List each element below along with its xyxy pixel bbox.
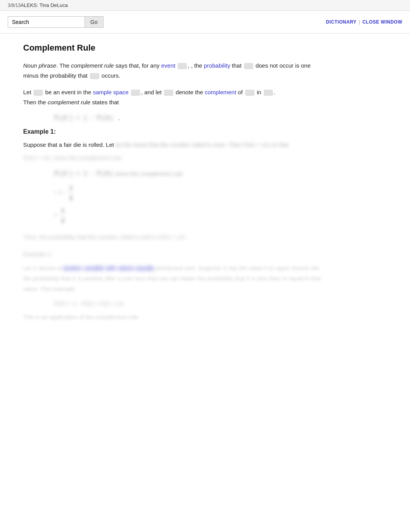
example1-blurred-line2: P(A') = 1/2, since the complement rule [23,153,324,163]
example2-conclusion: This is an application of the complement… [23,312,324,322]
para2-text7: . [274,89,275,95]
date-label: 3/8/13 [8,3,20,8]
search-bar: Go DICTIONARY | CLOSE WINDOW [0,11,410,34]
step3-fraction: 1 2 [60,206,65,226]
step2-line: = 1 - 1 2 [54,183,324,203]
step1-label: since the complement rule [115,168,183,180]
var1 [244,63,253,69]
sample-space-link[interactable]: sample space [93,89,129,95]
var-a2 [245,90,254,96]
example1-title: Example 1: [23,128,324,135]
intro-paragraph: Noun phrase. The complement rule says th… [23,61,324,80]
example1-blurred-text: be the event that the number rolled is e… [115,140,288,150]
result-blurred: Thus, the probability that the number ro… [23,234,187,240]
step2-text: = 1 - [54,187,66,198]
close-window-link[interactable]: CLOSE WINDOW [363,19,402,25]
para2-text9: states that [90,99,119,105]
step3-line: = 1 2 [54,206,324,226]
nav-links: DICTIONARY | CLOSE WINDOW [326,19,402,25]
para2-text6: in [257,89,261,95]
dictionary-link[interactable]: DICTIONARY [326,19,356,25]
probability-link[interactable]: probability [204,62,230,69]
intro-text4: that [230,62,241,69]
var2 [90,73,99,79]
para2-text4: denote the [176,89,205,95]
event-link[interactable]: event [161,62,175,69]
step3-text: = [54,209,58,221]
example2-link1[interactable]: random variable with values equally [63,265,154,271]
complement-rule-title: Complement Rule [23,43,324,53]
example1-text: Suppose that a fair die is rolled. Let [23,141,114,148]
para2-text5: of [238,89,243,95]
formula-block: P(A') = 1 - P(A) . [54,114,324,122]
step1-line: P(A') = 1 - P(A) since the complement ru… [54,167,324,180]
intro-text1: . The [56,62,71,69]
intro-text2: says that, for any [114,62,161,69]
result-line: Thus, the probability that the number ro… [23,232,324,242]
para2-text2: be an event in the [45,89,93,95]
search-left: Go [8,16,103,28]
formula-dot: . [118,115,120,121]
complement-link[interactable]: complement [205,89,236,95]
main-content: Complement Rule Noun phrase. The complem… [0,34,347,342]
var-s [131,90,140,96]
var-s2 [264,90,273,96]
para2-text3: , and let [141,89,163,95]
example1-paragraph: Suppose that a fair die is rolled. Let b… [23,140,324,150]
search-input[interactable] [8,16,85,28]
var-ac [164,90,173,96]
para2-text8: Then the [23,99,47,105]
step2-fraction: 1 2 [69,183,74,203]
nav-separator: | [359,19,360,25]
example2-content-blurred: Let X denote a random variable with valu… [23,263,324,294]
example2-formula: P(A') = 1 - P(A) = P(A' ∪ A) [54,298,324,309]
intro-noun: Noun phrase [23,62,56,69]
top-bar: 3/8/13 ALEKS: Tina DeLuca [0,0,410,11]
para2-text1: Let [23,89,33,95]
example2-title-blurred: Example 2: [23,249,324,259]
event-variable [178,63,187,69]
formula-main: P(A') = 1 - P(A) [54,114,114,122]
italic2: complement rule [47,99,90,105]
page-title-bar: ALEKS: Tina DeLuca [20,2,68,8]
var-a [34,90,43,96]
intro-text3: , the [191,62,204,69]
step1-formula: P(A') = 1 - P(A) [54,167,114,180]
para2: Let be an event in the sample space , an… [23,87,324,107]
intro-italic: complement rule [71,62,114,69]
intro-text6: occurs. [102,72,120,79]
go-button[interactable]: Go [85,16,103,28]
